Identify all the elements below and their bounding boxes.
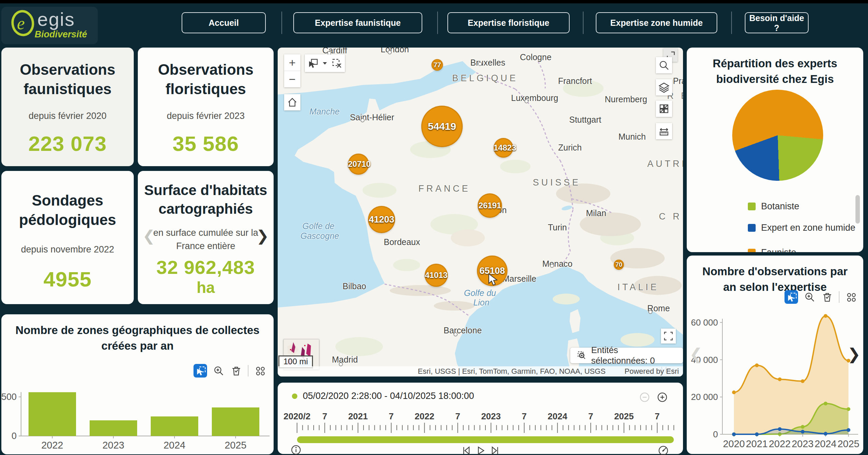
- chart-toolbar: [193, 364, 266, 378]
- legend-item[interactable]: Fauniste: [748, 247, 796, 252]
- svg-text:2024: 2024: [815, 438, 837, 449]
- basemap-gallery-button[interactable]: [656, 101, 672, 117]
- nav-divider: [281, 12, 282, 34]
- map-label: Luxembourg: [511, 93, 558, 103]
- svg-text:0: 0: [12, 431, 17, 441]
- cluster-bubble[interactable]: 41203: [368, 206, 395, 233]
- bar-chart[interactable]: 05002022202320242025: [1, 387, 274, 454]
- map-label: ITALIE: [617, 282, 659, 293]
- city-dot-icon: [648, 310, 652, 314]
- svg-text:60 000: 60 000: [691, 317, 718, 328]
- scrollbar-thumb[interactable]: [855, 195, 860, 224]
- egis-logo-icon: e: [10, 9, 36, 39]
- map-label: Bordeaux: [384, 237, 420, 247]
- toolbar-divider: [839, 291, 839, 303]
- map-label: Pra: [673, 76, 683, 86]
- map-label: Monaco: [542, 259, 573, 269]
- nav-besoin-aide-button[interactable]: Besoin d'aide ?: [745, 12, 809, 33]
- card-subtitle: depuis février 2023: [138, 111, 274, 121]
- clear-selection-trash-button[interactable]: [821, 291, 833, 303]
- search-button[interactable]: [656, 57, 672, 73]
- indicator-sondages-pedologiques: Sondages pédologiques depuis novembre 20…: [1, 171, 134, 304]
- actions-menu-button[interactable]: [845, 291, 857, 303]
- selected-entities-badge[interactable]: Entités sélectionnées: 0: [570, 348, 683, 363]
- map-label: AUTRIC: [647, 159, 683, 169]
- selected-entities-text: Entités sélectionnées: 0: [591, 345, 676, 366]
- cluster-bubble[interactable]: 41013: [425, 264, 448, 287]
- time-slider-range-bar[interactable]: [297, 436, 674, 443]
- map-label: Francfort: [558, 76, 592, 86]
- city-dot-icon: [388, 50, 392, 54]
- collapse-time-slider-button[interactable]: [638, 390, 652, 404]
- legend-item[interactable]: Botaniste: [748, 201, 799, 212]
- select-tool-button[interactable]: [784, 290, 798, 304]
- skip-to-end-button[interactable]: [488, 444, 502, 455]
- legend-scrollbar[interactable]: [855, 193, 860, 251]
- svg-text:2025: 2025: [837, 438, 860, 449]
- svg-text:2022: 2022: [41, 440, 63, 451]
- brand-name: egis: [37, 8, 75, 30]
- carousel-next-button[interactable]: ❯: [845, 346, 863, 362]
- map-label: Munich: [618, 132, 646, 142]
- select-tool-dropdown[interactable]: [320, 59, 329, 68]
- playback-speed-button[interactable]: [657, 444, 670, 455]
- info-button[interactable]: [289, 443, 303, 455]
- nav-divider: [583, 12, 584, 34]
- nav-accueil-button[interactable]: Accueil: [182, 12, 266, 33]
- svg-text:2020: 2020: [723, 438, 745, 449]
- city-dot-icon: [524, 99, 529, 103]
- panel-title: Nombre de zones géographiques de collect…: [1, 314, 274, 354]
- carousel-prev-button[interactable]: ❮: [687, 346, 705, 362]
- zoom-in-button[interactable]: +: [284, 54, 300, 71]
- select-tool-button[interactable]: [193, 364, 207, 378]
- expand-time-slider-button[interactable]: [655, 390, 669, 404]
- time-axis-label: 2022: [415, 411, 435, 422]
- cluster-bubble[interactable]: 54419: [421, 106, 463, 147]
- attribution-sources: Esri, USGS | Esri, TomTom, Garmin, FAO, …: [418, 367, 606, 376]
- time-axis-ticks: [278, 422, 683, 435]
- zoom-out-button[interactable]: −: [284, 71, 300, 87]
- nav-expertise-faunistique-button[interactable]: Expertise faunistique: [293, 12, 422, 33]
- cluster-bubble[interactable]: 20710: [348, 154, 369, 175]
- svg-text:e: e: [17, 14, 25, 33]
- layers-button[interactable]: [656, 79, 672, 95]
- zoom-in-tool-button[interactable]: [804, 291, 816, 303]
- time-axis-label: 7: [389, 411, 393, 422]
- powered-by-esri: Powered by Esri: [625, 367, 679, 376]
- time-axis-label: 2020/2: [283, 411, 311, 422]
- time-slider-panel: 05/02/2020 2:28:00 - 04/10/2025 18:00:00…: [278, 383, 683, 454]
- map-label: Bilbao: [343, 281, 366, 291]
- line-chart[interactable]: 020 00040 00060 000202020212022202320242…: [687, 310, 863, 454]
- map-label: BELGIQUE: [452, 73, 518, 84]
- play-button[interactable]: [474, 444, 487, 455]
- map-clear-selection-button[interactable]: [331, 57, 343, 69]
- fullscreen-corner-button[interactable]: [661, 329, 676, 344]
- cluster-bubble[interactable]: 65108: [477, 256, 507, 286]
- chart-toolbar: [784, 290, 857, 304]
- legend-item[interactable]: Expert en zone humide: [748, 223, 855, 233]
- map-attribution: Esri, USGS | Esri, TomTom, Garmin, FAO, …: [278, 366, 683, 377]
- cluster-bubble[interactable]: 70: [614, 260, 624, 270]
- skip-to-start-button[interactable]: [460, 444, 473, 455]
- cluster-bubble[interactable]: 77: [431, 59, 443, 71]
- carousel-prev-button[interactable]: ❮: [141, 228, 157, 244]
- nav-expertise-zone-humide-button[interactable]: Expertise zone humide: [596, 12, 717, 33]
- cluster-bubble[interactable]: 26191: [478, 193, 502, 218]
- zoom-in-tool-button[interactable]: [213, 365, 225, 377]
- dashboard-root: e egis Biodiversité Accueil Expertise fa…: [0, 0, 868, 455]
- clear-selection-trash-button[interactable]: [230, 365, 242, 377]
- map-select-tool-button[interactable]: [307, 57, 319, 69]
- card-subtitle: depuis février 2020: [1, 111, 134, 121]
- cluster-bubble[interactable]: 14823: [494, 138, 513, 158]
- actions-menu-button[interactable]: [254, 365, 266, 377]
- measure-button[interactable]: [656, 123, 672, 139]
- carousel-next-button[interactable]: ❯: [254, 228, 271, 244]
- nav-expertise-floristique-button[interactable]: Expertise floristique: [447, 12, 570, 33]
- home-button[interactable]: [284, 94, 300, 110]
- pie-chart[interactable]: [732, 90, 823, 181]
- time-axis-label: 2025: [614, 411, 634, 422]
- svg-text:2022: 2022: [769, 438, 791, 449]
- map-panel[interactable]: CardiffLondonBruxellesCologneBELGIQUEFra…: [278, 48, 683, 377]
- card-value: 223 073: [1, 132, 134, 156]
- panel-experts-pie: Répartition des experts biodiversité che…: [687, 48, 863, 252]
